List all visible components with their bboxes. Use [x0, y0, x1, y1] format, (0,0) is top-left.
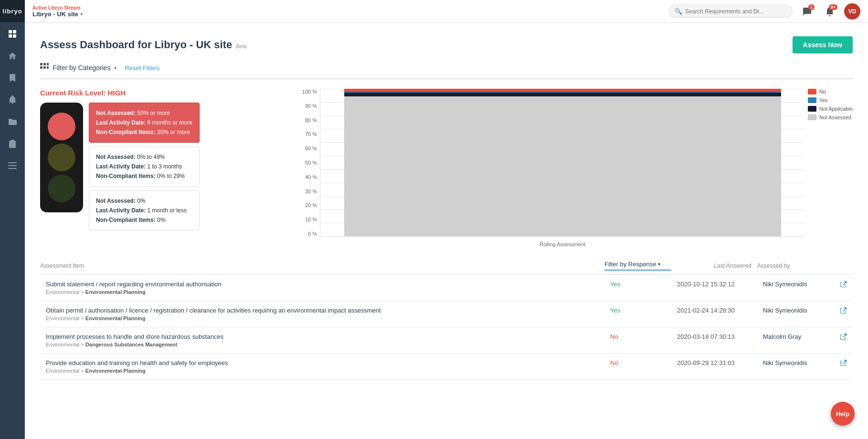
main-container: Active Libryo Stream Libryo - UK site ▾ … — [25, 0, 868, 439]
svg-rect-11 — [43, 66, 46, 69]
risk-desc-high: Not Assessed: 50% or more Last Activity … — [89, 103, 200, 143]
traffic-light — [40, 103, 83, 212]
stacked-bar-chart — [344, 89, 781, 236]
item-category: Environmental > Environmental Planning — [46, 368, 599, 374]
item-timestamp: 2021-02-24 14:28:30 — [671, 301, 757, 327]
notifications-button[interactable]: 9+ — [821, 3, 838, 20]
risk-lights-row: Not Assessed: 50% or more Last Activity … — [40, 103, 288, 230]
legend-not-applicable: Not Applicable — [808, 106, 853, 112]
risk-level-label: Current Risk Level: HIGH — [40, 89, 288, 97]
item-title: Obtain permit / authorisation / licence … — [46, 307, 599, 314]
legend-na-swatch — [808, 106, 816, 112]
item-assessor: Niki Symeonidis — [757, 301, 834, 327]
brand-site-selector[interactable]: Libryo - UK site ▾ — [32, 10, 83, 18]
item-category: Environmental > Environmental Planning — [46, 289, 599, 295]
bar-not-assessed — [344, 96, 781, 236]
filter-arrow-icon: ▾ — [114, 65, 117, 71]
brand-area: Active Libryo Stream Libryo - UK site ▾ — [32, 5, 83, 18]
item-category: Environmental > Dangerous Substances Man… — [46, 342, 599, 347]
assessment-item-header: Assessment Item — [40, 262, 604, 269]
legend-yes-swatch — [808, 97, 816, 103]
legend-no: No — [808, 89, 853, 94]
search-bar[interactable]: 🔍 — [668, 5, 793, 18]
sidebar-item-home[interactable] — [0, 45, 25, 67]
svg-rect-3 — [13, 34, 16, 38]
filter-response-button[interactable]: Filter by Response ▾ — [604, 261, 671, 271]
user-avatar[interactable]: VD — [844, 3, 860, 20]
beta-badge: Beta — [236, 43, 247, 49]
item-response: Yes — [604, 275, 671, 301]
filter-categories-label: Filter by Categories — [53, 64, 110, 72]
y-label-30: 30 % — [305, 188, 317, 194]
sidebar-item-clipboard[interactable] — [0, 133, 25, 155]
chart-y-axis: 100 % 90 % 80 % 70 % 60 % 50 % 40 % 30 %… — [300, 89, 320, 237]
site-chevron-icon: ▾ — [80, 11, 83, 17]
chart-bars-area — [320, 89, 805, 237]
svg-rect-7 — [40, 63, 42, 65]
external-link-icon[interactable] — [839, 334, 847, 342]
search-icon: 🔍 — [675, 8, 682, 15]
sidebar-item-dashboard[interactable] — [0, 23, 25, 45]
svg-rect-0 — [9, 30, 12, 33]
svg-rect-2 — [9, 34, 12, 38]
chat-button[interactable]: 1 — [798, 3, 815, 20]
risk-level-value: HIGH — [108, 89, 126, 97]
external-link-icon[interactable] — [839, 308, 847, 316]
svg-rect-12 — [47, 66, 49, 69]
item-title: Submit statement / report regarding envi… — [46, 281, 599, 288]
last-answered-header: Last Answered — [671, 262, 757, 269]
y-label-80: 80 % — [305, 117, 317, 123]
y-label-90: 90 % — [305, 103, 317, 109]
assessment-table: Submit statement / report regarding envi… — [40, 275, 853, 380]
page-content: Assess Dashboard for Libryo - UK site Be… — [25, 23, 868, 439]
sidebar-item-folders[interactable] — [0, 111, 25, 133]
filter-categories-button[interactable]: Filter by Categories ▾ — [40, 63, 117, 73]
y-label-10: 10 % — [305, 217, 317, 222]
external-link-icon[interactable] — [839, 282, 847, 290]
light-green — [48, 175, 75, 202]
y-label-50: 50 % — [305, 160, 317, 166]
page-title: Assess Dashboard for Libryo - UK site — [40, 39, 232, 51]
risk-descriptions: Not Assessed: 50% or more Last Activity … — [89, 103, 200, 230]
item-assessor: Niki Symeonidis — [757, 275, 834, 301]
legend-not-assessed: Not Assessed — [808, 115, 853, 120]
legend-not-assessed-label: Not Assessed — [819, 115, 851, 120]
reset-filters-link[interactable]: Reset Filters — [125, 64, 159, 72]
item-title: Implement processes to handle and store … — [46, 333, 599, 340]
item-timestamp: 2020-03-18 07:30:13 — [671, 327, 757, 354]
external-link-icon[interactable] — [839, 361, 847, 368]
svg-rect-1 — [13, 30, 16, 33]
sidebar-logo: libryo — [0, 0, 25, 23]
legend-no-label: No — [819, 89, 826, 94]
page-header: Assess Dashboard for Libryo - UK site Be… — [40, 36, 853, 53]
item-timestamp: 2020-09-29 12:31:03 — [671, 354, 757, 380]
top-nav: Active Libryo Stream Libryo - UK site ▾ … — [25, 0, 868, 23]
item-response: No — [604, 354, 671, 380]
legend-yes: Yes — [808, 97, 853, 103]
table-row: Provide education and training on health… — [40, 354, 853, 380]
table-row: Submit statement / report regarding envi… — [40, 275, 853, 301]
assess-now-button[interactable]: Assess Now — [793, 36, 853, 53]
rolling-assessment-label: Rolling Assessment — [320, 241, 805, 247]
svg-rect-8 — [43, 63, 46, 65]
item-title: Provide education and training on health… — [46, 359, 599, 366]
sidebar-item-bookmarks[interactable] — [0, 67, 25, 89]
sidebar-item-notifications[interactable] — [0, 89, 25, 111]
legend-yes-label: Yes — [819, 97, 828, 103]
chart-legend: No Yes Not Applicable Not Assessed — [808, 89, 853, 120]
svg-rect-6 — [8, 168, 17, 169]
table-row: Obtain permit / authorisation / licence … — [40, 301, 853, 327]
categories-icon — [40, 63, 49, 73]
risk-desc-low: Not Assessed: 0% Last Activity Date: 1 m… — [89, 190, 200, 230]
help-button[interactable]: Help — [831, 402, 855, 426]
svg-rect-10 — [40, 66, 42, 69]
chart-panel: 100 % 90 % 80 % 70 % 60 % 50 % 40 % 30 %… — [300, 89, 853, 251]
sidebar-item-menu[interactable] — [0, 155, 25, 177]
chat-badge: 1 — [808, 4, 815, 10]
item-timestamp: 2020-10-12 15:32:12 — [671, 275, 757, 301]
svg-rect-4 — [8, 162, 17, 163]
item-response: Yes — [604, 301, 671, 327]
table-row: Implement processes to handle and store … — [40, 327, 853, 354]
y-label-20: 20 % — [305, 202, 317, 208]
search-input[interactable] — [685, 8, 786, 15]
